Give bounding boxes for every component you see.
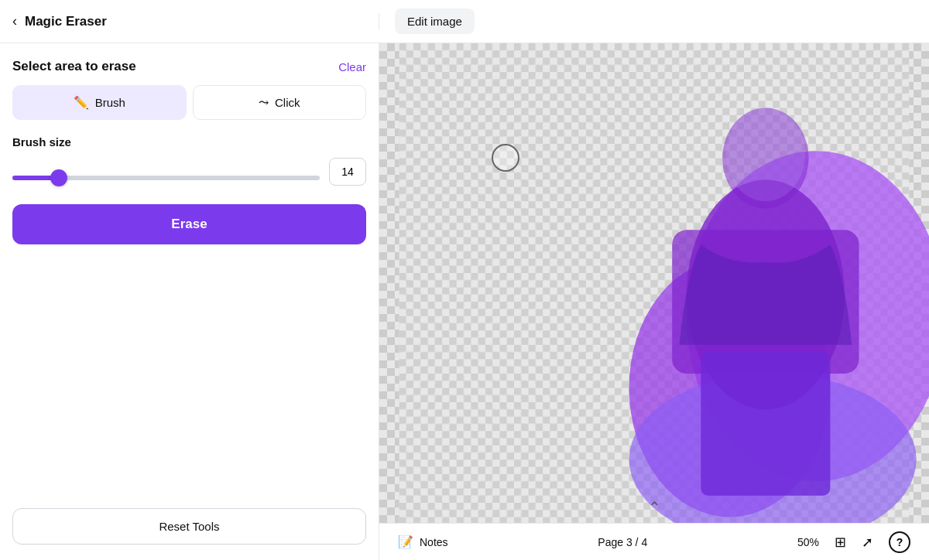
page-indicator: Page 3 / 4 bbox=[598, 536, 647, 548]
edit-image-button[interactable]: Edit image bbox=[395, 9, 475, 34]
reset-tools-button[interactable]: Reset Tools bbox=[12, 508, 366, 545]
click-mode-button[interactable]: ⤳ Click bbox=[193, 85, 367, 120]
expand-icon: ➚ bbox=[862, 534, 873, 550]
clear-button[interactable]: Clear bbox=[338, 60, 366, 73]
svg-point-12 bbox=[726, 108, 805, 202]
notes-label: Notes bbox=[420, 536, 448, 548]
erase-button[interactable]: Erase bbox=[12, 204, 366, 244]
chevron-up-icon[interactable]: ⌃ bbox=[648, 498, 661, 517]
brush-cursor bbox=[492, 144, 519, 172]
brush-icon: ✏️ bbox=[74, 95, 89, 110]
brush-mode-button[interactable]: ✏️ Brush bbox=[12, 85, 187, 120]
click-icon: ⤳ bbox=[259, 95, 269, 110]
grid-icon: ⊞ bbox=[835, 534, 846, 550]
page-title: Magic Eraser bbox=[25, 14, 107, 29]
back-button[interactable]: ‹ bbox=[12, 13, 17, 29]
svg-rect-11 bbox=[701, 352, 830, 496]
notes-icon: 📝 bbox=[398, 534, 413, 549]
grid-view-button[interactable]: ⊞ bbox=[835, 534, 846, 551]
zoom-level: 50% bbox=[797, 536, 819, 548]
brush-size-label: Brush size bbox=[12, 135, 366, 149]
click-mode-label: Click bbox=[275, 96, 300, 109]
brush-mode-label: Brush bbox=[95, 96, 125, 109]
canvas-image[interactable] bbox=[379, 43, 929, 523]
select-area-label: Select area to erase bbox=[12, 59, 136, 74]
help-button[interactable]: ? bbox=[889, 531, 910, 553]
brush-size-slider[interactable] bbox=[12, 176, 320, 180]
notes-section[interactable]: 📝 Notes bbox=[398, 534, 448, 549]
brush-size-value: 14 bbox=[329, 158, 366, 186]
expand-button[interactable]: ➚ bbox=[862, 534, 873, 551]
